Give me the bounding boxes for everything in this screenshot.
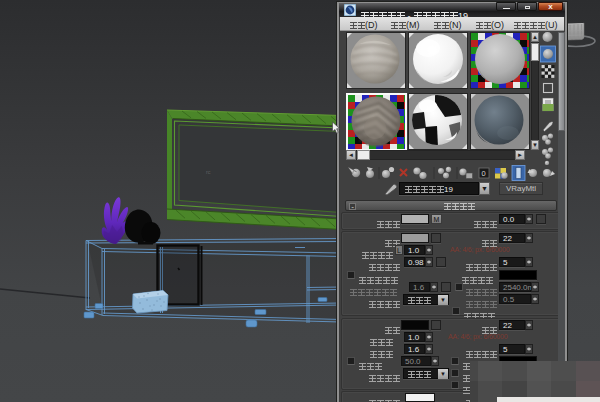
- svg-text:rc: rc: [206, 169, 211, 175]
- svg-text:0: 0: [482, 169, 486, 178]
